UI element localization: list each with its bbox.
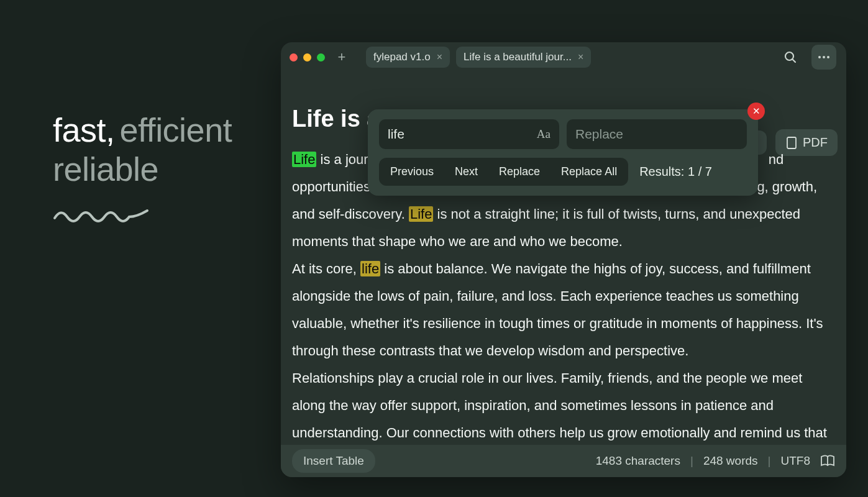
encoding-indicator: UTF8 [781,454,811,468]
tab-document[interactable]: Life is a beautiful jour... × [456,47,591,68]
find-input[interactable] [388,127,531,142]
titlebar: + fylepad v1.o × Life is a beautiful jou… [281,42,846,72]
case-icon: Aa [537,127,550,140]
window-close-button[interactable] [290,53,298,62]
case-sensitive-toggle[interactable]: Aa [531,127,550,141]
reader-mode-button[interactable] [820,455,835,467]
replace-button[interactable]: Replace [495,163,544,181]
hero-word-efficient: efficient [120,111,232,148]
tab-label: fylepad v1.o [373,51,431,63]
find-input-wrap: Aa [379,119,559,149]
svg-point-2 [818,56,821,58]
close-icon: ✕ [752,106,761,117]
hero-comma: , [106,111,115,148]
replace-all-button[interactable]: Replace All [557,163,621,181]
replace-input[interactable] [575,127,738,142]
find-button-group: Previous Next Replace Replace All [379,158,628,186]
plus-icon: + [338,49,346,65]
find-replace-panel: ✕ Aa Previous Next Replace Replace All R… [368,109,758,196]
insert-table-label: Insert Table [303,454,364,467]
search-match-active: Life [292,152,316,167]
separator: | [690,454,693,468]
tab-close-icon[interactable]: × [578,52,583,63]
svg-point-3 [823,56,825,58]
tab-strip: fylepad v1.o × Life is a beautiful jour.… [366,47,773,68]
tab-fylepad[interactable]: fylepad v1.o × [366,47,450,68]
svg-line-1 [792,59,795,62]
ellipsis-icon [816,50,831,65]
find-results-count: Results: 1 / 7 [639,165,712,179]
new-tab-button[interactable]: + [334,49,350,65]
tab-label: Life is a beautiful jour... [464,51,572,63]
search-match: life [360,261,380,276]
search-button[interactable] [778,45,803,70]
separator: | [768,454,771,468]
find-next-button[interactable]: Next [451,163,482,181]
window-maximize-button[interactable] [317,53,325,62]
book-icon [820,455,835,467]
search-icon [783,50,798,65]
app-window: + fylepad v1.o × Life is a beautiful jou… [281,42,846,477]
tab-close-icon[interactable]: × [437,52,442,63]
window-minimize-button[interactable] [303,53,311,62]
svg-point-4 [827,56,829,58]
word-count: 248 words [703,454,758,468]
traffic-lights [290,53,325,62]
squiggle-icon [53,206,264,226]
hero-tagline: fast,efficient reliable [53,112,264,226]
more-button[interactable] [811,45,836,70]
find-previous-button[interactable]: Previous [386,163,437,181]
hero-word-fast: fast [53,111,106,148]
insert-table-button[interactable]: Insert Table [292,449,375,473]
char-count: 1483 characters [596,454,680,468]
search-match: Life [409,206,433,222]
replace-input-wrap [567,119,747,149]
status-bar: Insert Table 1483 characters | 248 words… [281,445,846,477]
hero-word-reliable: reliable [53,150,264,188]
find-close-button[interactable]: ✕ [747,103,765,120]
